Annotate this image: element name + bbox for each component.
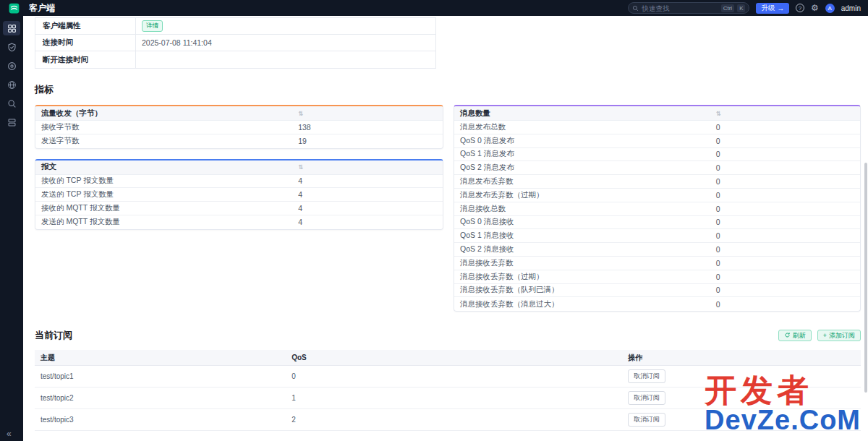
subscriptions-actions: 刷新 + 添加订阅: [778, 330, 861, 341]
client-info-value: 2025-07-08 11:41:04: [136, 35, 435, 51]
column-header: 主题: [35, 353, 286, 363]
metric-value: 0: [716, 150, 860, 158]
metric-value: 4: [298, 190, 443, 199]
card-title: 消息数量: [454, 108, 716, 119]
table-row: test/topic32取消订阅: [35, 409, 861, 431]
client-info-label: 断开连接时间: [35, 51, 136, 68]
sidebar-item-monitoring[interactable]: [3, 21, 20, 35]
metric-row: 发送的 MQTT 报文数量4: [35, 215, 443, 229]
table-row: test/topic10取消订阅: [35, 366, 861, 388]
subscriptions-table: 主题QoS操作 test/topic10取消订阅test/topic21取消订阅…: [35, 350, 861, 431]
card-header: 消息数量 ⇅: [454, 106, 860, 121]
avatar[interactable]: A: [825, 4, 835, 13]
metric-label: 消息接收丢弃数（队列已满）: [454, 285, 716, 295]
card-body: 接收字节数138发送字节数19: [35, 121, 443, 148]
metric-value: 4: [298, 218, 443, 226]
column-header: 操作: [622, 353, 861, 363]
metric-label: 消息接收总数: [454, 204, 716, 214]
sidebar-item-integration[interactable]: [3, 59, 20, 73]
emqx-logo[interactable]: [9, 3, 20, 14]
qos-cell: 2: [286, 416, 622, 424]
metric-label: 发送的 MQTT 报文数量: [35, 217, 298, 227]
dashboard-grid-icon: [7, 24, 17, 33]
metric-value: 0: [716, 218, 860, 226]
sort-caret-icon[interactable]: ⇅: [298, 163, 303, 171]
subscriptions-bar: 当前订阅 刷新 + 添加订阅: [35, 329, 861, 342]
metric-label: QoS 2 消息发布: [454, 163, 716, 173]
metric-value: 0: [716, 137, 860, 145]
help-icon[interactable]: ?: [796, 4, 804, 12]
server-stack-icon: [7, 118, 17, 127]
metric-label: 发送的 TCP 报文数量: [35, 189, 298, 200]
metric-cards-left-column: 流量收发（字节） ⇅ 接收字节数138发送字节数19 报文 ⇅ 接收的 TCP …: [35, 105, 443, 230]
sidebar-item-access-control[interactable]: [3, 40, 20, 54]
sort-caret-icon[interactable]: ⇅: [298, 110, 303, 117]
sidebar-item-diagnose[interactable]: [3, 96, 20, 111]
card-header: 流量收发（字节） ⇅: [35, 106, 443, 121]
settings-gear-icon[interactable]: ⚙: [811, 4, 819, 12]
subscriptions-table-body: test/topic10取消订阅test/topic21取消订阅test/top…: [35, 366, 861, 431]
qos-cell: 0: [286, 372, 622, 380]
topbar: 客户端 Ctrl K 升级 → ? ⚙ A admin: [0, 0, 868, 16]
collapse-sidebar-icon[interactable]: «: [7, 429, 12, 439]
table-row: test/topic21取消订阅: [35, 388, 861, 409]
metric-value: 4: [298, 204, 443, 213]
metric-row: 消息发布总数0: [454, 121, 860, 134]
refresh-button[interactable]: 刷新: [778, 330, 812, 341]
metric-value: 19: [298, 137, 443, 145]
metric-row: 消息发布丢弃数（过期）0: [454, 189, 860, 202]
unsubscribe-button[interactable]: 取消订阅: [628, 413, 665, 427]
metric-row: 消息接收丢弃数（过期）0: [454, 270, 860, 284]
metric-label: 接收的 TCP 报文数量: [35, 176, 298, 186]
metric-value: 0: [716, 259, 860, 267]
metric-label: 消息接收丢弃数（消息过大）: [454, 299, 716, 309]
metric-label: 消息发布总数: [454, 122, 716, 132]
metric-row: QoS 2 消息接收0: [454, 243, 860, 257]
metric-label: QoS 0 消息发布: [454, 136, 716, 146]
metric-label: QoS 1 消息发布: [454, 149, 716, 159]
sort-caret-icon[interactable]: ⇅: [716, 110, 721, 117]
metric-value: 0: [716, 191, 860, 200]
upgrade-button[interactable]: 升级 →: [756, 3, 789, 14]
metric-row: QoS 0 消息接收0: [454, 216, 860, 230]
client-info-row: 客户端属性详情: [35, 18, 435, 35]
metric-label: 消息发布丢弃数（过期）: [454, 190, 716, 200]
main-content: 客户端属性详情连接时间2025-07-08 11:41:04断开连接时间 指标 …: [23, 16, 868, 441]
circle-node-icon: [7, 61, 17, 71]
metric-value: 0: [716, 286, 860, 294]
metric-value: 0: [716, 123, 860, 132]
client-info-label: 客户端属性: [35, 18, 136, 34]
sidebar-item-system[interactable]: [3, 115, 20, 129]
client-info-value: 详情: [136, 18, 435, 34]
add-subscription-button[interactable]: + 添加订阅: [817, 330, 861, 341]
metric-value: 0: [716, 163, 860, 172]
metric-value: 0: [716, 231, 860, 240]
metric-value: 0: [716, 245, 860, 254]
shield-check-icon: [7, 43, 17, 52]
topic-cell: test/topic2: [35, 394, 286, 402]
metric-card-traffic: 流量收发（字节） ⇅ 接收字节数138发送字节数19: [35, 105, 443, 149]
refresh-icon: [784, 332, 791, 340]
metric-row: 发送的 TCP 报文数量4: [35, 188, 443, 202]
metric-card-packets: 报文 ⇅ 接收的 TCP 报文数量4发送的 TCP 报文数量4接收的 MQTT …: [35, 159, 443, 230]
topic-cell: test/topic3: [35, 416, 286, 424]
metric-row: 接收的 TCP 报文数量4: [35, 175, 443, 189]
plus-icon: +: [823, 332, 827, 339]
action-cell: 取消订阅: [622, 413, 861, 427]
metric-label: 消息发布丢弃数: [454, 176, 716, 187]
username[interactable]: admin: [841, 4, 861, 12]
search-box[interactable]: Ctrl K: [628, 2, 749, 14]
metric-value: 138: [298, 123, 443, 132]
metric-row: 接收字节数138: [35, 121, 443, 134]
unsubscribe-button[interactable]: 取消订阅: [628, 369, 665, 383]
unsubscribe-button[interactable]: 取消订阅: [628, 391, 665, 405]
globe-icon: [7, 80, 17, 90]
details-tag[interactable]: 详情: [142, 20, 163, 32]
sidebar-item-management[interactable]: [3, 77, 20, 92]
search-input[interactable]: [642, 4, 718, 12]
metric-value: 0: [716, 177, 860, 186]
scrollbar-thumb[interactable]: [864, 163, 867, 393]
metric-label: QoS 2 消息接收: [454, 244, 716, 254]
subscriptions-heading: 当前订阅: [35, 329, 72, 342]
metric-label: 消息接收丢弃数: [454, 258, 716, 268]
